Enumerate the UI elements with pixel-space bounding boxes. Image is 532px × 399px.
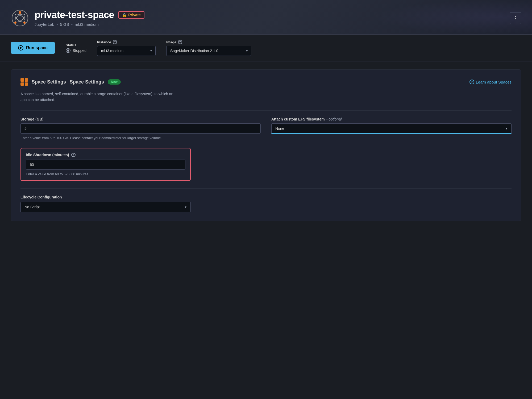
header-subtitle: JupyterLab • 5 GB • ml.t3.medium: [35, 22, 144, 27]
grid-cell-1: [20, 78, 24, 82]
header-title-row: private-test-space 🔒 Private: [35, 9, 144, 20]
status-text: Stopped: [73, 48, 86, 53]
instance-select[interactable]: ml.t3.medium: [97, 46, 156, 56]
grid-cell-4: [25, 82, 28, 86]
lifecycle-label: Lifecycle Configuration: [20, 195, 191, 199]
settings-card: Space Settings Space Settings New ? Lear…: [11, 69, 521, 221]
storage-input[interactable]: [20, 123, 261, 134]
storage-label: Storage (GB): [20, 117, 261, 121]
svg-point-3: [19, 11, 21, 14]
image-control-group: Image ? SageMaker Distribution 2.1.0: [166, 40, 251, 56]
private-badge-label: Private: [128, 13, 141, 17]
header-title-block: private-test-space 🔒 Private JupyterLab …: [35, 9, 144, 27]
efs-select-wrapper: None: [271, 123, 512, 134]
learn-about-spaces-link[interactable]: ? Learn about Spaces: [469, 80, 512, 84]
idle-shutdown-help-icon[interactable]: ?: [71, 153, 76, 157]
lock-icon: 🔒: [122, 13, 127, 17]
image-help-icon[interactable]: ?: [178, 40, 182, 44]
lifecycle-select[interactable]: No Script: [20, 202, 191, 212]
settings-divider-2: [20, 188, 512, 189]
run-space-label: Run space: [26, 45, 48, 50]
efs-label-text: Attach custom EFS filesystem: [271, 117, 325, 121]
learn-link-text: Learn about Spaces: [476, 80, 512, 84]
learn-help-icon: ?: [469, 80, 474, 84]
instance-select-wrapper: ml.t3.medium: [97, 46, 156, 56]
header-left: private-test-space 🔒 Private JupyterLab …: [11, 9, 144, 27]
settings-grid-icon: [20, 78, 28, 86]
idle-shutdown-label: Idle Shutdown (minutes): [26, 153, 69, 157]
storage-form-group: Storage (GB) Enter a value from 5 to 100…: [20, 117, 261, 140]
storage-hint: Enter a value from 5 to 100 GB. Please c…: [20, 136, 261, 140]
header-banner: private-test-space 🔒 Private JupyterLab …: [0, 0, 532, 35]
image-label: Image: [166, 40, 176, 44]
header-menu-button[interactable]: ⋮: [510, 12, 521, 24]
status-block: Status Stopped: [66, 43, 86, 53]
space-title: private-test-space: [35, 9, 114, 20]
svg-point-5: [23, 22, 26, 24]
instance-help-icon[interactable]: ?: [113, 40, 117, 44]
stopped-inner: [67, 49, 69, 52]
image-label-row: Image ?: [166, 40, 251, 44]
idle-shutdown-label-row: Idle Shutdown (minutes) ?: [26, 153, 185, 157]
dot-2: •: [71, 22, 73, 27]
grid-cell-2: [25, 78, 28, 82]
play-icon: [18, 45, 23, 51]
settings-header: Space Settings Space Settings New ? Lear…: [20, 78, 512, 86]
instance-label: Instance: [97, 40, 111, 44]
idle-shutdown-hint: Enter a value from 60 to 525600 minutes.: [26, 172, 89, 176]
jupyter-logo: [11, 9, 29, 27]
lifecycle-section: Lifecycle Configuration No Script: [20, 195, 191, 212]
settings-divider: [20, 110, 512, 111]
instance-control-group: Instance ? ml.t3.medium: [97, 40, 156, 56]
storage-efs-row: Storage (GB) Enter a value from 5 to 100…: [20, 117, 512, 140]
status-label: Status: [66, 43, 86, 47]
instance-label-row: Instance ?: [97, 40, 156, 44]
private-badge[interactable]: 🔒 Private: [118, 11, 144, 19]
play-triangle: [20, 47, 22, 49]
image-select-wrapper: SageMaker Distribution 2.1.0: [166, 46, 251, 56]
settings-description: A space is a named, self-contained, dura…: [20, 91, 180, 103]
kebab-icon: ⋮: [513, 15, 518, 21]
grid-cell-3: [20, 82, 24, 86]
efs-label-row: Attach custom EFS filesystem - optional: [271, 117, 512, 121]
settings-title-2: Space Settings: [70, 79, 104, 85]
subtitle-app: JupyterLab: [35, 22, 54, 27]
main-content: Space Settings Space Settings New ? Lear…: [0, 61, 532, 229]
status-value-row: Stopped: [66, 48, 86, 53]
new-badge: New: [108, 79, 121, 85]
dot-1: •: [56, 22, 58, 27]
idle-shutdown-input[interactable]: [26, 160, 185, 170]
efs-optional: - optional: [326, 117, 342, 121]
subtitle-instance: ml.t3.medium: [75, 22, 99, 27]
svg-point-4: [14, 22, 16, 24]
lifecycle-select-wrapper: No Script: [20, 202, 191, 212]
settings-title: Space Settings: [32, 79, 66, 85]
image-select[interactable]: SageMaker Distribution 2.1.0: [166, 46, 251, 56]
idle-shutdown-section: Idle Shutdown (minutes) ? Enter a value …: [20, 148, 191, 181]
run-space-button[interactable]: Run space: [11, 42, 55, 54]
subtitle-storage: 5 GB: [60, 22, 69, 27]
controls-bar: Run space Status Stopped Instance ? ml.t…: [0, 35, 532, 61]
settings-header-left: Space Settings Space Settings New: [20, 78, 121, 86]
efs-select[interactable]: None: [271, 123, 512, 134]
stopped-icon: [66, 48, 70, 53]
efs-form-group: Attach custom EFS filesystem - optional …: [271, 117, 512, 140]
